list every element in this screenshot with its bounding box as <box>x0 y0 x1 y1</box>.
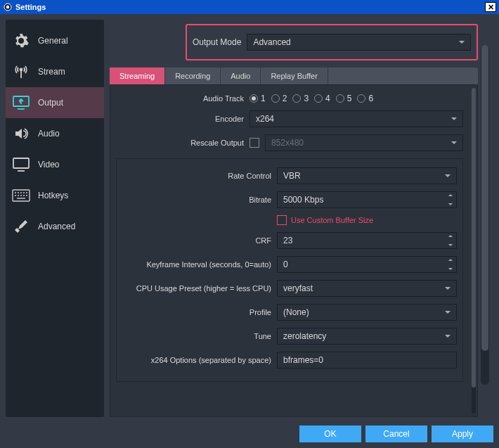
rate-control-label: Rate Control <box>122 172 271 180</box>
encoder-select[interactable]: x264 <box>249 110 463 127</box>
sidebar-item-stream[interactable]: Stream <box>6 56 104 87</box>
audio-track-radios: 1 2 3 4 5 6 <box>249 94 472 103</box>
bitrate-label: Bitrate <box>122 196 271 204</box>
dialog-footer: OK Cancel Apply <box>6 423 493 442</box>
rescale-label: Rescale Output <box>116 139 244 147</box>
sidebar-item-audio[interactable]: Audio <box>6 118 104 149</box>
audio-track-3[interactable]: 3 <box>292 94 309 103</box>
svg-point-1 <box>6 6 9 8</box>
output-mode-select[interactable]: Advanced <box>247 34 471 51</box>
content-scrollbar[interactable] <box>481 45 489 385</box>
audio-track-2[interactable]: 2 <box>271 94 287 103</box>
profile-select[interactable]: (None) <box>277 304 457 321</box>
titlebar: Settings ✕ <box>0 0 499 14</box>
cpu-preset-label: CPU Usage Preset (higher = less CPU) <box>122 284 271 293</box>
window-title: Settings <box>15 3 46 11</box>
sidebar-item-hotkeys[interactable]: Hotkeys <box>6 180 104 211</box>
sidebar-item-video[interactable]: Video <box>6 149 104 180</box>
sidebar-item-general[interactable]: General <box>6 25 104 56</box>
audio-track-6[interactable]: 6 <box>357 94 373 103</box>
antenna-icon <box>11 62 31 82</box>
panel-scrollbar[interactable] <box>472 88 476 414</box>
cancel-button[interactable]: Cancel <box>365 425 427 442</box>
crf-input[interactable]: 23 <box>277 232 457 249</box>
sidebar-item-advanced[interactable]: Advanced <box>6 211 104 242</box>
audio-track-4[interactable]: 4 <box>314 94 330 103</box>
sidebar-item-output[interactable]: Output <box>6 87 104 118</box>
rescale-select[interactable]: 852x480 <box>265 134 463 151</box>
x264-opts-input[interactable]: bframes=0 <box>277 352 457 369</box>
custom-buffer-checkbox[interactable]: Use Custom Buffer Size <box>277 215 373 225</box>
audio-track-1[interactable]: 1 <box>249 94 266 103</box>
sidebar-item-label: Advanced <box>38 222 75 231</box>
tab-audio[interactable]: Audio <box>221 68 261 84</box>
speaker-icon <box>11 124 31 143</box>
tab-streaming[interactable]: Streaming <box>110 68 165 84</box>
output-icon <box>11 93 31 113</box>
bitrate-input[interactable]: 5000 Kbps <box>277 191 457 208</box>
sidebar-item-label: Output <box>38 98 63 108</box>
close-button[interactable]: ✕ <box>485 2 496 12</box>
crf-label: CRF <box>122 236 271 245</box>
apply-button[interactable]: Apply <box>432 425 493 442</box>
keyframe-input[interactable]: 0 <box>277 256 457 273</box>
audio-track-5[interactable]: 5 <box>336 94 352 103</box>
gear-icon <box>11 31 31 51</box>
sidebar-item-label: General <box>38 36 68 46</box>
output-tabs: Streaming Recording Audio Replay Buffer <box>110 68 478 84</box>
obs-logo-icon <box>3 2 13 12</box>
rate-control-select[interactable]: VBR <box>277 167 457 184</box>
svg-rect-7 <box>13 158 29 168</box>
sidebar: General Stream Output Audio <box>6 20 104 417</box>
rescale-checkbox[interactable] <box>249 138 259 148</box>
sidebar-item-label: Hotkeys <box>38 191 68 200</box>
output-mode-highlight: Output Mode Advanced <box>186 24 478 60</box>
tools-icon <box>11 217 31 236</box>
sidebar-item-label: Audio <box>38 129 60 139</box>
sidebar-item-label: Stream <box>38 67 65 77</box>
x264-opts-label: x264 Options (separated by space) <box>122 356 271 364</box>
monitor-icon <box>11 155 31 174</box>
encoder-settings-panel: Rate Control VBR Bitrate 5000 Kbps Use C… <box>116 158 463 382</box>
tab-recording[interactable]: Recording <box>165 68 221 84</box>
ok-button[interactable]: OK <box>299 425 361 442</box>
streaming-panel: Audio Track 1 2 3 4 5 6 Encoder x264 <box>110 84 478 417</box>
cpu-preset-select[interactable]: veryfast <box>277 280 457 297</box>
keyboard-icon <box>11 186 31 205</box>
tune-label: Tune <box>122 332 271 340</box>
keyframe-label: Keyframe Interval (seconds, 0=auto) <box>122 260 271 269</box>
audio-track-label: Audio Track <box>116 94 244 103</box>
tab-replay-buffer[interactable]: Replay Buffer <box>261 68 328 84</box>
tune-select[interactable]: zerolatency <box>277 328 457 345</box>
sidebar-item-label: Video <box>38 160 59 169</box>
profile-label: Profile <box>122 308 271 316</box>
output-mode-label: Output Mode <box>193 37 241 47</box>
encoder-label: Encoder <box>116 115 244 123</box>
